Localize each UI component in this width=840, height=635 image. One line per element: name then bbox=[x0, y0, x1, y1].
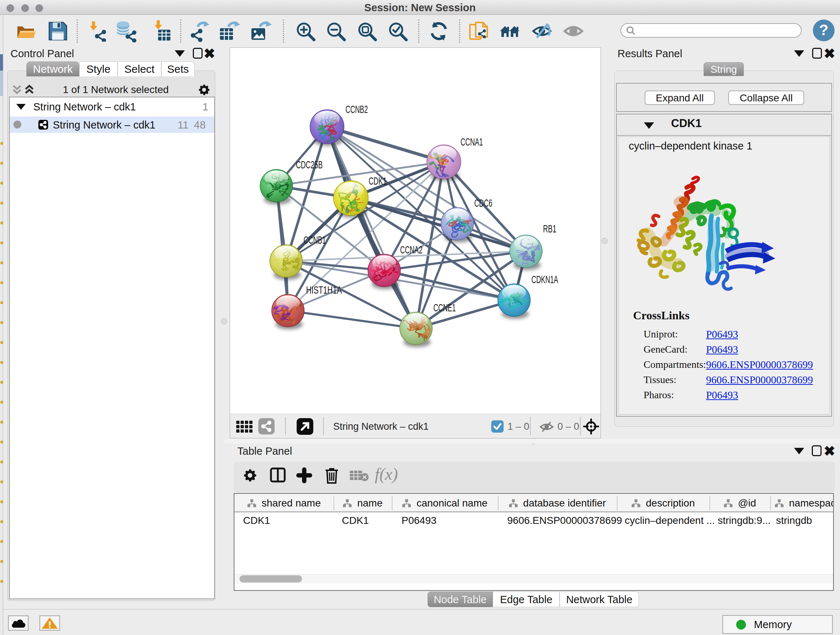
svg-text:RB1: RB1 bbox=[543, 223, 556, 234]
svg-text:CCNA2: CCNA2 bbox=[400, 244, 423, 256]
svg-text:CCNA1: CCNA1 bbox=[461, 136, 483, 148]
svg-text:CDK1: CDK1 bbox=[369, 175, 387, 187]
svg-text:CDC6: CDC6 bbox=[474, 197, 493, 209]
svg-text:CCNB2: CCNB2 bbox=[346, 103, 368, 115]
svg-text:CCNE1: CCNE1 bbox=[433, 302, 456, 314]
svg-text:CDKN1A: CDKN1A bbox=[531, 274, 558, 285]
svg-text:HIST1H1A: HIST1H1A bbox=[306, 284, 342, 296]
svg-text:CDC25B: CDC25B bbox=[296, 159, 323, 171]
svg-text:CCNB1: CCNB1 bbox=[303, 234, 326, 246]
